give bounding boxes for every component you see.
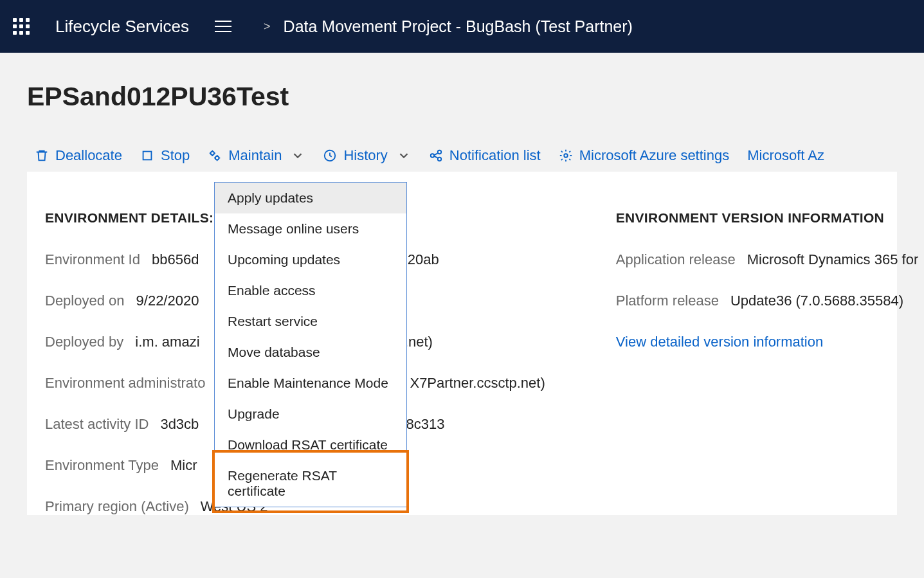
platform-release-label: Platform release xyxy=(616,293,719,309)
app-release-row: Application release Microsoft Dynamics 3… xyxy=(616,251,918,268)
menu-item-enable-maintenance-mode[interactable]: Enable Maintenance Mode xyxy=(215,368,406,399)
svg-point-4 xyxy=(431,154,435,158)
svg-point-6 xyxy=(438,158,442,161)
chevron-down-icon xyxy=(291,149,305,163)
top-navbar: Lifecycle Services > Data Movement Proje… xyxy=(0,0,924,53)
menu-item-upcoming-updates[interactable]: Upcoming updates xyxy=(215,244,406,275)
env-type-label: Environment Type xyxy=(45,457,159,474)
notification-list-button[interactable]: Notification list xyxy=(429,147,541,164)
env-admin-label: Environment administrato xyxy=(45,375,205,392)
chevron-down-icon xyxy=(397,149,411,163)
maintain-button[interactable]: Maintain xyxy=(208,147,305,164)
platform-release-row: Platform release Update36 (7.0.5688.3558… xyxy=(616,293,918,309)
stop-icon xyxy=(140,149,154,163)
svg-point-2 xyxy=(215,156,219,160)
page-body: EPSand012PU36Test Deallocate Stop Mainta… xyxy=(0,53,924,515)
deployed-on-label: Deployed on xyxy=(45,293,125,309)
azure-settings-button[interactable]: Microsoft Azure settings xyxy=(559,147,730,164)
page-title: EPSand012PU36Test xyxy=(27,82,897,112)
platform-release-value: Update36 (7.0.5688.35584) xyxy=(730,293,903,309)
gears-icon xyxy=(208,149,222,163)
app-release-value: Microsoft Dynamics 365 for xyxy=(747,251,919,268)
view-detailed-version-link[interactable]: View detailed version information xyxy=(616,334,918,350)
svg-point-1 xyxy=(211,152,215,156)
maintain-dropdown: Apply updates Message online users Upcom… xyxy=(214,182,407,507)
menu-item-download-rsat-certificate[interactable]: Download RSAT certificate xyxy=(215,429,406,460)
svg-rect-0 xyxy=(143,152,152,160)
stop-button[interactable]: Stop xyxy=(140,147,190,164)
hamburger-icon[interactable] xyxy=(215,17,231,36)
command-bar: Deallocate Stop Maintain History Notific… xyxy=(27,147,897,164)
breadcrumb-sep: > xyxy=(264,20,271,33)
menu-item-upgrade[interactable]: Upgrade xyxy=(215,399,406,429)
app-name[interactable]: Lifecycle Services xyxy=(55,17,189,37)
app-release-label: Application release xyxy=(616,251,736,268)
history-button[interactable]: History xyxy=(323,147,410,164)
environment-version-section: ENVIRONMENT VERSION INFORMATION Applicat… xyxy=(616,210,918,515)
menu-item-restart-service[interactable]: Restart service xyxy=(215,306,406,337)
svg-point-5 xyxy=(438,150,442,154)
section-title-version: ENVIRONMENT VERSION INFORMATION xyxy=(616,210,918,226)
menu-item-move-database[interactable]: Move database xyxy=(215,337,406,368)
env-id-label: Environment Id xyxy=(45,251,140,268)
region-label: Primary region (Active) xyxy=(45,498,189,515)
deployed-by-label: Deployed by xyxy=(45,334,123,350)
menu-item-enable-access[interactable]: Enable access xyxy=(215,275,406,306)
waffle-icon[interactable] xyxy=(13,18,30,35)
menu-item-apply-updates[interactable]: Apply updates xyxy=(215,183,406,213)
deallocate-button[interactable]: Deallocate xyxy=(35,147,122,164)
gear-icon xyxy=(559,149,573,163)
deployed-on-value: 9/22/2020 xyxy=(136,293,199,309)
content-card: ENVIRONMENT DETAILS: Environment Id bb65… xyxy=(27,172,897,515)
trash-icon xyxy=(35,149,49,163)
clock-icon xyxy=(323,149,337,163)
svg-point-7 xyxy=(564,154,568,158)
azure-more-button[interactable]: Microsoft Az xyxy=(747,147,824,164)
share-icon xyxy=(429,149,443,163)
menu-item-message-online-users[interactable]: Message online users xyxy=(215,213,406,244)
activity-id-label: Latest activity ID xyxy=(45,416,149,433)
breadcrumb-project[interactable]: Data Movement Project - BugBash (Test Pa… xyxy=(284,17,633,36)
env-type-value: Micr xyxy=(170,457,197,474)
menu-item-regenerate-rsat-certificate[interactable]: Regenerate RSAT certificate xyxy=(215,460,406,507)
